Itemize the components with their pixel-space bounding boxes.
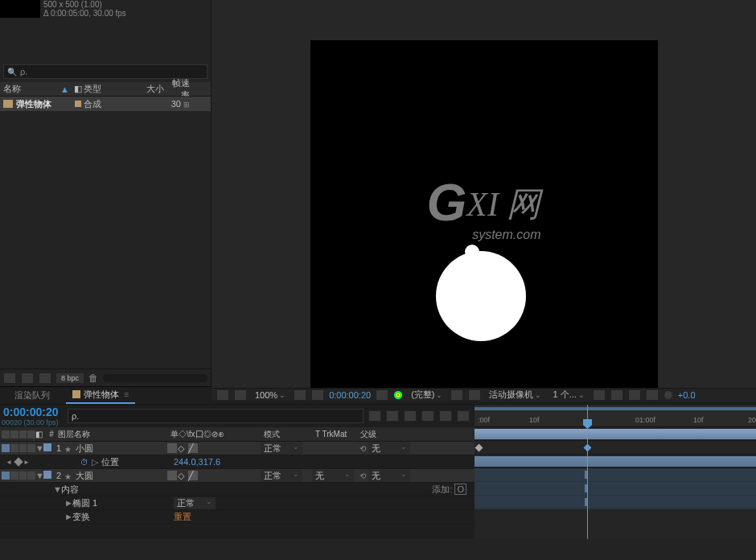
display-icon[interactable] — [234, 389, 247, 401]
add-shape-button[interactable]: 添加: O — [432, 484, 466, 495]
prop-row-ellipse[interactable]: ► 椭圆 1 正常 — [0, 496, 475, 510]
roi-icon[interactable] — [450, 389, 463, 401]
prop-row-contents[interactable]: ▼ 内容 添加: O — [0, 483, 475, 496]
lock-col-icon[interactable] — [27, 430, 35, 439]
grid-icon[interactable] — [294, 389, 306, 401]
flowchart-icon[interactable] — [646, 389, 659, 401]
label-swatch[interactable] — [75, 101, 81, 107]
position-value[interactable]: 244.0,317.6 — [174, 457, 220, 467]
project-zoom-slider[interactable] — [103, 374, 207, 382]
label-color[interactable] — [43, 471, 51, 479]
new-comp-icon[interactable] — [39, 373, 51, 384]
timeline-tracks[interactable]: :00f 10f 01:00f 10f 20 — [475, 405, 756, 539]
col-trkmat[interactable]: T TrkMat — [315, 430, 360, 439]
trkmat-dropdown[interactable]: 无 — [312, 470, 354, 482]
views-dropdown[interactable]: 1 个... — [549, 389, 587, 401]
sort-icon[interactable]: ▲ — [60, 84, 69, 94]
motion-blur-icon[interactable] — [439, 410, 452, 422]
preview-area[interactable]: GGXI 网XI 网 system.com — [212, 0, 756, 388]
work-area-bar[interactable] — [475, 407, 756, 410]
solo-col-icon[interactable] — [19, 430, 27, 439]
col-switches[interactable]: 单◇\fx囗◎⊘⊕ — [171, 429, 264, 440]
comp-mini-flowchart-icon[interactable] — [368, 410, 381, 422]
col-parent[interactable]: 父级 — [360, 429, 449, 440]
new-folder-icon[interactable] — [21, 373, 34, 384]
magnify-icon[interactable] — [216, 389, 229, 401]
current-timecode[interactable]: 0:00:00:20 — [2, 406, 59, 418]
eye-icon[interactable] — [2, 444, 10, 452]
fast-preview-icon[interactable] — [610, 389, 623, 401]
track-ellipse[interactable] — [475, 482, 756, 496]
exposure-value[interactable]: +0.0 — [678, 390, 696, 400]
shape-mode-dropdown[interactable]: 正常 — [174, 497, 216, 509]
timeline-icon[interactable] — [628, 389, 641, 401]
reset-button[interactable]: 重置 — [174, 512, 191, 521]
layer-row-1[interactable]: ▼ 1 小圆 ◇╱ 正常 无 — [0, 442, 475, 455]
project-columns[interactable]: 名称▲ ◧ 类型 大小 帧速率 — [0, 82, 211, 97]
graph-editor-icon[interactable] — [457, 410, 470, 422]
project-item-comp[interactable]: 弹性物体 合成 30 ⊞ — [0, 97, 211, 111]
timeline-search[interactable]: ρ. — [68, 409, 364, 423]
shy-icon[interactable] — [404, 410, 417, 422]
playhead[interactable] — [587, 405, 588, 539]
label-col-icon[interactable]: ◧ — [35, 430, 45, 439]
time-ruler[interactable]: :00f 10f 01:00f 10f 20 — [475, 405, 756, 427]
layer-row-2[interactable]: ▼ 2 大圆 ◇╱ 正常 无 无 — [0, 469, 475, 483]
resolution-dropdown[interactable]: (完整) — [408, 389, 446, 401]
tab-render-queue[interactable]: 渲染队列 — [8, 388, 56, 403]
stopwatch-icon[interactable]: ⏱ — [80, 458, 88, 467]
col-number[interactable]: # — [45, 430, 58, 439]
col-source[interactable]: 图层名称 — [58, 429, 171, 440]
blend-mode-dropdown[interactable]: 正常 — [261, 470, 302, 482]
blend-mode-dropdown[interactable]: 正常 — [261, 443, 302, 455]
twirl-icon[interactable]: ▼ — [35, 471, 43, 480]
parent-dropdown[interactable]: 无 — [368, 470, 410, 482]
prev-keyframe-icon[interactable]: ◄ — [6, 459, 12, 466]
add-keyframe-icon[interactable] — [14, 457, 23, 466]
track-layer-1-header[interactable] — [475, 427, 756, 441]
draft3d-icon[interactable] — [386, 410, 399, 422]
interpret-footage-icon[interactable] — [3, 373, 16, 384]
mask-icon[interactable] — [311, 389, 324, 401]
keyframe-icon[interactable] — [475, 444, 483, 452]
project-empty-area[interactable] — [0, 111, 211, 369]
transparency-icon[interactable] — [468, 389, 481, 401]
layer-bar[interactable] — [475, 456, 756, 467]
track-contents[interactable] — [475, 468, 756, 482]
next-keyframe-icon[interactable]: ► — [23, 459, 30, 466]
tab-menu-icon[interactable]: ≡ — [124, 389, 129, 399]
parent-dropdown[interactable]: 无 — [368, 443, 410, 455]
audio-col-icon[interactable] — [10, 430, 18, 439]
track-position-keys[interactable] — [475, 441, 756, 455]
channel-icon[interactable] — [393, 390, 403, 400]
label-color[interactable] — [43, 443, 51, 451]
prop-row-position[interactable]: ◄► ⏱▷位置 244.0,317.6 — [0, 455, 475, 469]
preview-canvas[interactable] — [310, 40, 658, 388]
tag-icon[interactable]: ◧ — [72, 84, 84, 94]
camera-dropdown[interactable]: 活动摄像机 — [486, 389, 544, 401]
eye-icon[interactable] — [2, 471, 10, 480]
layer-bar[interactable] — [475, 429, 756, 439]
twirl-icon[interactable]: ► — [64, 512, 72, 521]
snapshot-icon[interactable] — [376, 389, 388, 401]
trash-icon[interactable]: 🗑 — [88, 373, 98, 384]
pixel-aspect-icon[interactable] — [593, 389, 606, 401]
pickwhip-icon[interactable] — [357, 471, 368, 480]
col-mode[interactable]: 模式 — [264, 429, 315, 440]
twirl-icon[interactable]: ▼ — [35, 443, 43, 453]
frame-blend-icon[interactable] — [421, 410, 434, 422]
col-type[interactable]: 类型 — [84, 83, 132, 95]
col-size[interactable]: 大小 — [132, 83, 164, 95]
col-name[interactable]: 名称 — [3, 83, 21, 95]
exposure-reset-icon[interactable] — [664, 390, 673, 400]
timeline-column-headers[interactable]: ◧ # 图层名称 单◇\fx囗◎⊘⊕ 模式 T TrkMat 父级 — [0, 427, 475, 442]
preview-timecode[interactable]: 0:00:00:20 — [329, 390, 371, 400]
twirl-icon[interactable]: ▼ — [53, 484, 61, 494]
twirl-icon[interactable]: ► — [64, 498, 72, 508]
bpc-button[interactable]: 8 bpc — [56, 373, 84, 383]
shape-large-circle[interactable] — [436, 251, 526, 341]
zoom-dropdown[interactable]: 100% — [252, 390, 289, 400]
pickwhip-icon[interactable] — [357, 443, 368, 453]
tab-composition[interactable]: 弹性物体≡ — [66, 387, 135, 404]
comp-thumbnail[interactable] — [0, 0, 40, 18]
